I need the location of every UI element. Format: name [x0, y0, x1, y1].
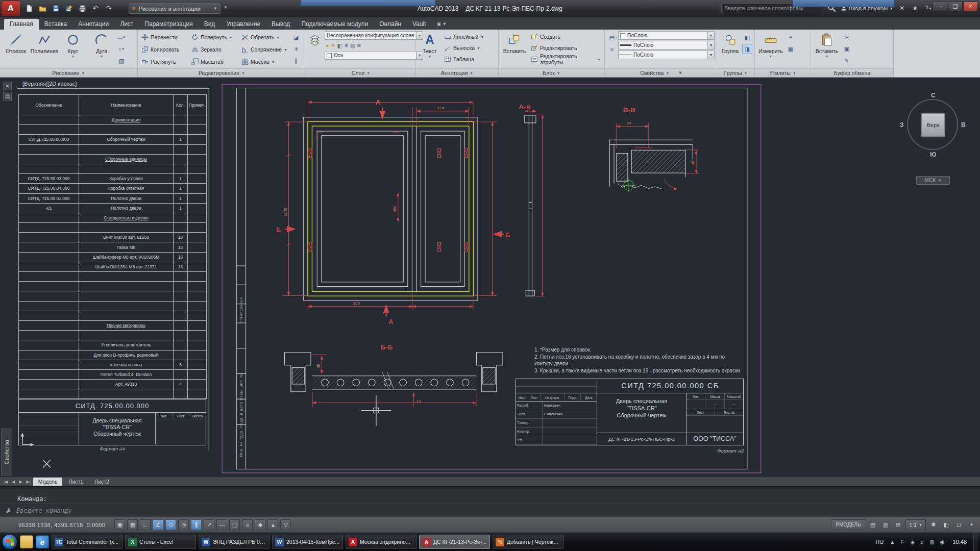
ungroup-icon[interactable]: ◧	[742, 32, 752, 42]
quick-view-layouts-icon[interactable]: ▤	[867, 519, 878, 530]
ribbon-tab[interactable]: Лист	[114, 19, 139, 30]
status-toggle[interactable]: ∠	[153, 519, 163, 530]
status-toggle[interactable]: ▲	[267, 519, 278, 530]
measure-button[interactable]: Измерить ▼	[757, 31, 785, 68]
panel-groups-footer[interactable]: Группы▼	[717, 68, 754, 77]
last-layout-icon[interactable]: ▶|	[25, 480, 32, 484]
status-toggle[interactable]: ≡	[242, 519, 253, 530]
layer-match-icon[interactable]: ≋	[357, 42, 361, 49]
ribbon-tab[interactable]: Подключаемые модули	[296, 19, 374, 30]
qat-more-icon[interactable]: ▼	[224, 5, 228, 10]
command-customize-icon[interactable]	[4, 506, 13, 515]
properties-palette-tab[interactable]: Свойства	[1, 429, 12, 475]
status-toggle[interactable]: ▦	[127, 519, 138, 530]
prev-layout-icon[interactable]: ◀	[10, 480, 16, 484]
copy-button[interactable]: Копировать	[140, 44, 190, 55]
layer-state-dropdown[interactable]: Несохраненная конфигурация слоев ▼	[325, 31, 423, 40]
match-properties-brush-icon[interactable]: ✎	[842, 56, 852, 66]
viewcube-west[interactable]: З	[900, 121, 904, 129]
minimize-button[interactable]: –	[933, 2, 947, 11]
rotate-button[interactable]: Повернуть▼	[190, 32, 240, 43]
plot-button[interactable]	[77, 2, 88, 14]
status-toggle[interactable]: ∥	[191, 519, 202, 530]
layer-dropdown[interactable]: Осн ▼	[325, 51, 423, 60]
offset-icon[interactable]: ∥	[291, 56, 301, 66]
status-toggle[interactable]: ◇	[165, 519, 176, 530]
hatch-tool-icon[interactable]: ▨	[116, 56, 127, 66]
save-button[interactable]	[50, 2, 61, 14]
layer-freeze-icon[interactable]: ❄	[344, 42, 349, 49]
ribbon-options-icon[interactable]: ▣ ▼	[437, 19, 447, 30]
move-button[interactable]: Перенести	[140, 32, 190, 43]
help-button[interactable]: ?▼	[924, 4, 933, 13]
ribbon-tab[interactable]: Вывод	[266, 19, 296, 30]
browser-icon[interactable]: e	[36, 535, 49, 548]
status-toggle[interactable]: ↗	[204, 519, 214, 530]
explode-icon[interactable]: ✳	[291, 44, 301, 54]
taskbar-app[interactable]: Ч Добавить | Чертежи...	[493, 535, 564, 549]
layer-properties-button[interactable]	[308, 31, 324, 68]
clock[interactable]: 10:48	[948, 539, 971, 545]
exchange-apps-icon[interactable]: ✕	[897, 4, 906, 13]
autodesk360-icon[interactable]: ★	[911, 4, 920, 13]
ribbon-tab[interactable]: Вид	[199, 19, 221, 30]
new-file-button[interactable]	[23, 2, 35, 14]
layer-lock-icon[interactable]: ◧	[337, 42, 342, 49]
fillet-button[interactable]: Сопряжение▼	[240, 44, 290, 55]
cut-icon[interactable]: ✂	[842, 32, 852, 42]
annotation-visibility-icon[interactable]: ⊞	[893, 519, 903, 530]
panel-modify-footer[interactable]: Редактирование▼	[138, 68, 306, 77]
tray-icon[interactable]: ♫	[919, 539, 926, 545]
status-menu-icon[interactable]: ▼	[966, 519, 977, 530]
clean-screen-icon[interactable]: ◻	[953, 519, 964, 530]
background-window-strip[interactable]	[300, 0, 435, 6]
group-button[interactable]: Группа	[719, 31, 741, 68]
ribbon-tab[interactable]: Онлайн	[374, 19, 407, 30]
palette-close-icon[interactable]: ✕	[3, 82, 12, 90]
leader-button[interactable]: Выноска▼	[443, 42, 496, 54]
background-window-strip[interactable]	[793, 0, 895, 7]
redo-button[interactable]: ↷	[103, 2, 114, 14]
edit-block-button[interactable]: Редактировать	[529, 42, 602, 54]
stretch-button[interactable]: Растянуть	[140, 56, 190, 67]
panel-properties-footer[interactable]: Свойства▼ ◥	[605, 68, 717, 77]
tray-icon[interactable]: ▲	[888, 539, 896, 545]
ribbon-tab[interactable]: Параметризация	[139, 19, 198, 30]
edit-attributes-button[interactable]: Редактировать атрибуты▼	[529, 54, 602, 65]
taskbar-app[interactable]: W ЭНЦ РАЗДЕЛ РБ 04-...	[199, 535, 270, 549]
linetype-dropdown[interactable]: ПоСлою ▼	[618, 51, 715, 59]
copy-clip-icon[interactable]: ▣	[842, 44, 852, 54]
status-toggle[interactable]: ◆	[255, 519, 265, 530]
toolbar-lock-icon[interactable]: ◧	[941, 519, 951, 530]
status-toggle[interactable]: ▽	[280, 519, 291, 530]
layer-thaw-icon[interactable]: ☀	[331, 42, 336, 49]
array-button[interactable]: Массив▼	[240, 56, 290, 67]
linear-dimension-button[interactable]: Линейный▼	[443, 31, 496, 42]
language-indicator[interactable]: RU	[873, 539, 886, 545]
taskbar-app[interactable]: X Стены - Excel	[125, 535, 196, 549]
calculator-icon[interactable]: ▦	[786, 44, 796, 54]
text-button[interactable]: A Текст ▼	[418, 31, 442, 68]
ribbon-tab[interactable]: Вставка	[39, 19, 73, 30]
erase-icon[interactable]: ◪	[291, 32, 301, 42]
line-button[interactable]: Отрезок	[2, 31, 30, 68]
undo-button[interactable]: ↶	[90, 2, 101, 14]
trim-button[interactable]: Обрезать▼	[240, 32, 290, 43]
ellipse-tool-icon[interactable]: ○ ▼	[116, 44, 127, 54]
layout-tab[interactable]: Модель	[33, 478, 63, 486]
workspace-dropdown[interactable]: ✱ Рисование и аннотации ▼	[129, 3, 220, 14]
dialog-launcher-icon[interactable]: ◥	[678, 71, 681, 75]
start-button[interactable]	[2, 534, 17, 549]
open-file-button[interactable]	[37, 2, 48, 14]
viewcube[interactable]: С Ю З В Верх	[900, 92, 966, 158]
paste-button[interactable]: Вставить ▼	[813, 31, 841, 68]
ribbon-tab[interactable]: Аннотации	[72, 19, 114, 30]
arc-button[interactable]: Дуга ▼	[88, 31, 115, 68]
rectangle-tool-icon[interactable]: ▭ ▼	[116, 32, 127, 42]
tray-icon[interactable]: ▥	[928, 539, 936, 545]
layer-on-icon[interactable]: ●	[326, 42, 329, 48]
status-toggle[interactable]: —	[216, 519, 227, 530]
tray-icon[interactable]: ◈	[909, 539, 916, 545]
quick-view-drawings-icon[interactable]: ▥	[880, 519, 891, 530]
layout-tab[interactable]: Лист1	[63, 478, 88, 486]
